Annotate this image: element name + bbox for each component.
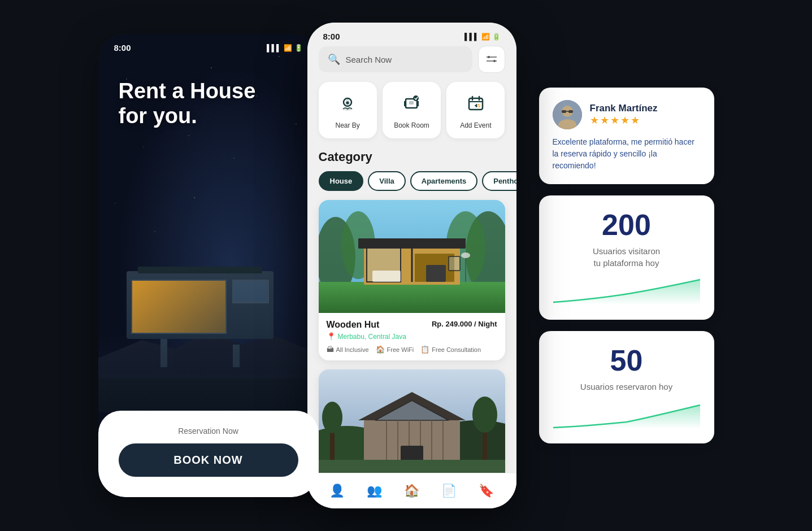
- phone-left: 8:00 ▌▌▌ 📶 🔋 Rent a House for you.: [98, 34, 319, 497]
- status-icons-left: ▌▌▌ 📶 🔋: [267, 44, 303, 52]
- stat-card-visitors: 200 Usuarios visitarontu plataforma hoy: [539, 195, 714, 320]
- reservations-chart: [553, 401, 701, 429]
- filter-icon: [485, 53, 498, 66]
- reviewer-avatar: [553, 100, 582, 129]
- reviewer-stars: ★★★★★: [590, 114, 658, 127]
- svg-rect-20: [319, 282, 505, 313]
- tab-apartments[interactable]: Apartements: [410, 171, 477, 191]
- nav-docs[interactable]: 📄: [437, 481, 461, 500]
- fog-layer: [98, 333, 319, 378]
- headline-line2: for you.: [119, 104, 197, 128]
- reviewer-info: Frank Martínez ★★★★★: [590, 103, 658, 127]
- nav-friends[interactable]: 👥: [362, 481, 387, 500]
- reviewer-name: Frank Martínez: [590, 103, 658, 114]
- bookroom-icon: [399, 91, 424, 116]
- bottom-navigation: 👤 👥 🏠 📄 🔖: [307, 473, 516, 508]
- phone-center-scroll[interactable]: 8:00 ▌▌▌ 📶 🔋 🔍 Search Now: [307, 23, 516, 508]
- headline-line1: Rent a House: [119, 79, 256, 103]
- tab-house[interactable]: House: [319, 171, 364, 191]
- right-panel: Frank Martínez ★★★★★ Excelente plataform…: [539, 88, 714, 443]
- nav-profile[interactable]: 👤: [325, 481, 349, 500]
- amenity-wifi: 🏠 Free WiFi: [376, 345, 414, 354]
- nav-home[interactable]: 🏠: [400, 481, 424, 500]
- svg-rect-10: [469, 98, 483, 110]
- search-bar: 🔍 Search Now: [307, 46, 516, 73]
- tab-villa[interactable]: Villa: [368, 171, 406, 191]
- signal-icon: ▌▌▌: [267, 44, 281, 52]
- headline: Rent a House for you.: [119, 79, 298, 128]
- phone-left-content: Rent a House for you.: [98, 79, 319, 128]
- reservation-label: Reservation Now: [119, 426, 298, 436]
- phone-center: 8:00 ▌▌▌ 📶 🔋 🔍 Search Now: [307, 23, 516, 508]
- svg-point-9: [413, 95, 419, 101]
- svg-point-36: [322, 402, 342, 433]
- action-addevent[interactable]: Add Event: [446, 82, 505, 138]
- svg-rect-54: [568, 110, 573, 113]
- battery-icon: 🔋: [294, 44, 303, 52]
- wooden-hut-svg: [319, 200, 505, 313]
- wifi-icon: 📶: [284, 44, 292, 52]
- svg-rect-53: [562, 110, 566, 113]
- modern-barn-svg: [319, 369, 505, 482]
- property-location-1: 📍 Merbabu, Central Java: [327, 332, 497, 341]
- property-image-1: [319, 200, 505, 313]
- svg-rect-27: [426, 265, 446, 282]
- review-text: Excelente plataforma, me permitió hacer …: [553, 136, 701, 172]
- amenity-consultation: 📋 Free Consultation: [420, 345, 481, 354]
- status-icons-center: ▌▌▌ 📶 🔋: [464, 33, 501, 41]
- stat-label-visitors: Usuarios visitarontu plataforma hoy: [553, 245, 701, 269]
- house-window-small: [232, 280, 269, 303]
- stat-number-reservations: 50: [553, 343, 701, 377]
- phone-center-status-bar: 8:00 ▌▌▌ 📶 🔋: [307, 23, 516, 46]
- addevent-label: Add Event: [460, 121, 491, 129]
- house-body: [127, 271, 273, 339]
- house-scene: [98, 198, 319, 412]
- svg-point-29: [461, 253, 470, 258]
- property-amenities-1: 🏔 All Inclusive 🏠 Free WiFi 📋 Free Consu…: [327, 345, 497, 354]
- search-text: Search Now: [346, 55, 392, 64]
- book-now-button[interactable]: BOOK NOW: [119, 443, 298, 477]
- battery-icon-c: 🔋: [492, 33, 501, 41]
- bookroom-label: Book Room: [394, 121, 429, 129]
- location-icon-1: 📍: [327, 332, 336, 341]
- property-card-wooden-hut[interactable]: Wooden Hut Rp. 249.000 / Night 📍 Merbabu…: [319, 200, 505, 360]
- stat-number-visitors: 200: [553, 208, 701, 242]
- filter-button[interactable]: [478, 46, 505, 73]
- svg-point-38: [472, 397, 497, 433]
- stat-label-reservations: Usuarios reservaron hoy: [553, 381, 701, 393]
- nav-bookmark[interactable]: 🔖: [474, 481, 498, 500]
- house-window-large: [131, 280, 227, 334]
- quick-actions: Near By Book Room: [307, 82, 516, 138]
- visitors-chart: [553, 277, 701, 305]
- consultation-icon: 📋: [420, 345, 429, 354]
- svg-point-5: [346, 102, 349, 105]
- action-bookroom[interactable]: Book Room: [383, 82, 441, 138]
- tab-penthouse[interactable]: Penthouse: [482, 171, 516, 191]
- svg-rect-22: [358, 238, 466, 249]
- stat-card-reservations: 50 Usuarios reservaron hoy: [539, 331, 714, 443]
- nearby-label: Near By: [335, 121, 359, 129]
- wifi-icon-prop: 🏠: [376, 345, 385, 354]
- amenity-inclusive: 🏔 All Inclusive: [327, 345, 369, 354]
- property-info-1: Wooden Hut Rp. 249.000 / Night 📍 Merbabu…: [319, 313, 505, 360]
- property-name-1: Wooden Hut: [327, 320, 380, 330]
- property-price-1: Rp. 249.000 / Night: [432, 320, 497, 328]
- property-image-2: [319, 369, 505, 482]
- status-time-left: 8:00: [114, 43, 131, 53]
- review-card: Frank Martínez ★★★★★ Excelente plataform…: [539, 88, 714, 184]
- property-row-1: Wooden Hut Rp. 249.000 / Night: [327, 320, 497, 330]
- nearby-icon: [335, 91, 360, 116]
- search-icon: 🔍: [328, 53, 340, 66]
- status-time-center: 8:00: [323, 32, 340, 41]
- property-card-modern-barn[interactable]: [319, 369, 505, 482]
- house-roof: [138, 267, 262, 273]
- category-tabs: House Villa Apartements Penthouse: [307, 171, 516, 191]
- category-title: Category: [307, 150, 516, 164]
- search-input-wrap[interactable]: 🔍 Search Now: [319, 46, 472, 72]
- addevent-icon: [463, 91, 488, 116]
- signal-icon-c: ▌▌▌: [464, 33, 479, 41]
- action-nearby[interactable]: Near By: [319, 82, 377, 138]
- phone-left-bottom: Reservation Now BOOK NOW: [98, 411, 319, 497]
- svg-rect-8: [409, 101, 414, 105]
- svg-rect-30: [372, 271, 401, 282]
